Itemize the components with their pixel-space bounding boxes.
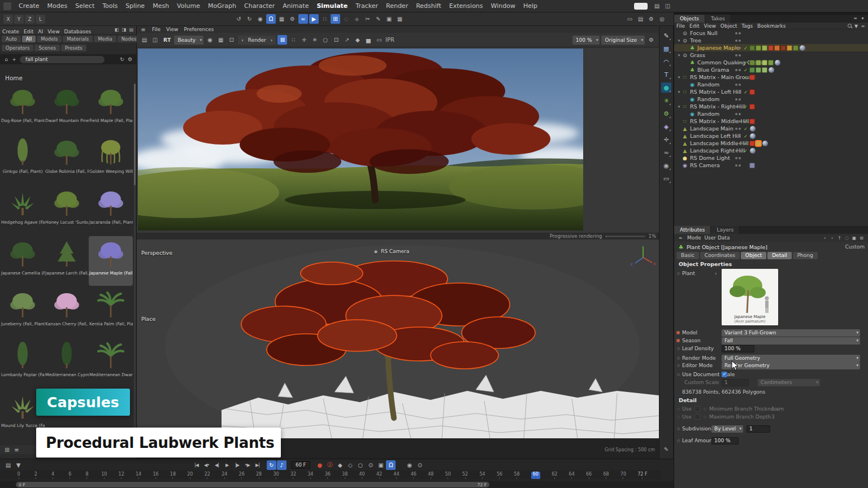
camera-label[interactable]: ◉ RS Camera: [373, 249, 409, 254]
previous-key-icon[interactable]: ◀•: [202, 460, 211, 470]
camera-tool-icon[interactable]: ◉: [661, 160, 671, 171]
layout-switcher[interactable]: [634, 3, 648, 10]
objects-search-icon[interactable]: [848, 24, 852, 28]
phong-tag-icon[interactable]: [750, 148, 756, 154]
material-tag-chip[interactable]: [749, 67, 755, 73]
asset-item-honey-locust-sunbur[interactable]: Honey Locust 'Sunbur...: [45, 185, 89, 235]
visibility-dots[interactable]: [735, 62, 742, 64]
visibility-dots[interactable]: [735, 32, 742, 34]
timeline-mode-icon[interactable]: ▤: [3, 460, 13, 470]
menu-create[interactable]: Create: [15, 2, 44, 10]
visibility-dots[interactable]: [735, 120, 742, 123]
interactive-render-icon[interactable]: ◎: [657, 14, 667, 24]
mode-dropdown[interactable]: Mode: [687, 235, 701, 241]
redo-icon[interactable]: ↻: [245, 14, 254, 24]
phong-tag-icon[interactable]: [750, 126, 756, 132]
model-dropdown[interactable]: Variant 3 Full-Grown▾: [722, 329, 860, 337]
objects-panel-pin-icon[interactable]: ▾: [859, 15, 866, 22]
leaf-amount-field[interactable]: 100 %: [711, 437, 739, 445]
material-tag-chip[interactable]: [756, 45, 761, 51]
material-tag-chip[interactable]: [749, 104, 755, 110]
region-crop-icon[interactable]: ⊡: [227, 35, 236, 45]
undo-icon[interactable]: ↺: [234, 14, 244, 24]
visibility-dots[interactable]: [735, 135, 742, 137]
axis-lock-y[interactable]: Y: [14, 15, 24, 24]
dock-right-icon[interactable]: ◨: [120, 26, 128, 33]
frame-32[interactable]: 32: [290, 472, 296, 479]
max-branch-use-checkbox[interactable]: [695, 414, 700, 420]
frame-62[interactable]: 62: [552, 472, 557, 479]
frame-54[interactable]: 54: [479, 472, 485, 479]
visibility-dots[interactable]: [735, 76, 742, 79]
asset-item-ginkgo-fall-plant[interactable]: Ginkgo (Fall, Plant): [1, 134, 45, 184]
object-row-blue-grama[interactable]: ♣Blue Grama✓: [674, 66, 868, 73]
menu-tools[interactable]: Tools: [98, 2, 121, 10]
object-row-random[interactable]: ◉Random: [674, 81, 868, 88]
filter-tab-models[interactable]: Models: [37, 36, 62, 42]
menu-render[interactable]: Render: [382, 2, 412, 10]
visibility-dots[interactable]: [735, 91, 742, 93]
category-tab-operators[interactable]: Operators: [2, 45, 33, 51]
season-dropdown[interactable]: Fall▾: [722, 337, 860, 345]
attr-back-icon[interactable]: ‹: [821, 234, 828, 242]
zoom-dropdown[interactable]: 100 %▾: [572, 36, 600, 45]
object-row-rs-dome-light[interactable]: ●RS Dome Light: [674, 154, 868, 162]
circle-mask-icon[interactable]: ○: [320, 35, 330, 45]
frame-0[interactable]: 0: [16, 472, 21, 479]
material-tag-chip[interactable]: [762, 60, 767, 66]
asset-item-field-maple-fall-plant[interactable]: Field Maple (Fall, Plant): [89, 84, 133, 133]
browser-menu-ai[interactable]: AI: [36, 29, 45, 34]
menu-simulate[interactable]: Simulate: [313, 2, 351, 10]
go-to-start-icon[interactable]: |◀: [192, 460, 201, 470]
pen-tool-icon[interactable]: ✎: [661, 30, 671, 41]
frame-66[interactable]: 66: [586, 472, 592, 479]
object-row-rs-matrix-middle-hill[interactable]: ∷RS Matrix - Middle Hill✓: [674, 117, 868, 125]
dual-monitor-icon[interactable]: ▭: [374, 35, 384, 45]
next-key-icon[interactable]: •▶: [242, 460, 252, 470]
key-rotation-icon[interactable]: ○: [355, 460, 365, 470]
asset-item-kanzan-cherry-fall-pl[interactable]: Kanzan Cherry (Fall, Pl...: [45, 287, 89, 337]
cloth-sim-icon[interactable]: ≈: [298, 14, 308, 24]
asset-item-jacaranda-fall-plant[interactable]: Jacaranda (Fall, Plant): [89, 185, 133, 235]
menu-spline[interactable]: Spline: [121, 2, 149, 10]
objects-menu-object[interactable]: Object: [718, 23, 739, 29]
enabled-check-icon[interactable]: ✓: [742, 126, 749, 132]
frame-48[interactable]: 48: [428, 472, 433, 479]
menu-tracker[interactable]: Tracker: [351, 2, 382, 10]
annotate-pen-icon[interactable]: ✎: [662, 445, 671, 454]
cube-add-icon[interactable]: ▣: [384, 14, 394, 24]
material-tag-chip[interactable]: [768, 45, 774, 51]
capsule-gear-icon[interactable]: ⚙: [661, 108, 671, 119]
frame-12[interactable]: 12: [119, 472, 124, 479]
visibility-dots[interactable]: [735, 47, 742, 49]
menu-extensions[interactable]: Extensions: [445, 2, 487, 10]
enabled-check-icon[interactable]: ✓: [742, 119, 749, 124]
play-icon[interactable]: ▶: [222, 460, 232, 470]
frame-46[interactable]: 46: [411, 472, 416, 479]
object-row-landscape-main[interactable]: ▲Landscape Main✓: [674, 125, 868, 132]
visibility-dots[interactable]: [735, 54, 742, 56]
object-row-landscape-middle-hill[interactable]: ▲Landscape Middle Hill✓: [674, 140, 868, 147]
object-row-rs-matrix-right-hill[interactable]: ▾∷RS Matrix - Right Hill✓: [674, 103, 868, 110]
filter-tab-media[interactable]: Media: [94, 36, 116, 42]
visibility-dots[interactable]: [735, 113, 742, 115]
material-tag-chip[interactable]: [749, 75, 755, 80]
visibility-dots[interactable]: [735, 98, 742, 101]
asset-item-mediterranean-dwarf[interactable]: Mediterranean Dwarf ...: [89, 338, 133, 387]
record-keyframe-icon[interactable]: ●: [315, 460, 324, 470]
animation-dot-icon[interactable]: [676, 331, 680, 334]
asset-item-japanese-larch-fall-pl[interactable]: Japanese Larch (Fall, Pl...: [45, 236, 89, 286]
enabled-check-icon[interactable]: ✓: [742, 45, 749, 51]
object-row-random[interactable]: ◉Random: [674, 95, 868, 103]
objects-menu-tags[interactable]: Tags: [739, 23, 755, 29]
render-view-icon[interactable]: ▭: [625, 14, 635, 24]
render-region-icon[interactable]: ▭: [661, 173, 671, 184]
frame-20[interactable]: 20: [187, 472, 193, 479]
color-sample-icon[interactable]: ✛: [299, 35, 309, 45]
enabled-check-icon[interactable]: ✓: [742, 89, 749, 95]
menu-redshift[interactable]: Redshift: [412, 2, 445, 10]
frame-36[interactable]: 36: [325, 472, 331, 479]
browser-menu-edit[interactable]: Edit: [21, 29, 36, 34]
objects-burger-icon[interactable]: ≡: [860, 23, 866, 29]
visibility-dots[interactable]: [735, 40, 742, 42]
